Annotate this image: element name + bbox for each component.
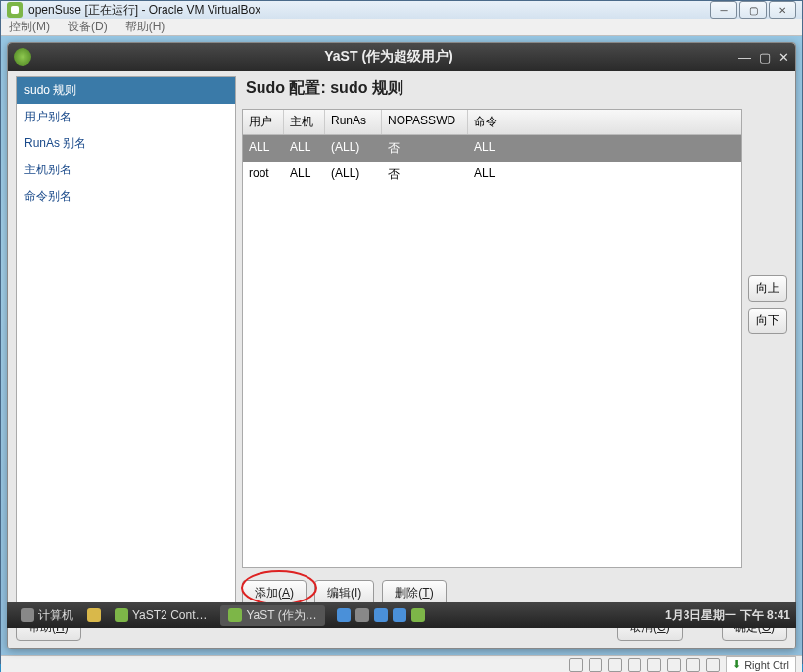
host-titlebar[interactable]: openSuse [正在运行] - Oracle VM VirtualBox ─… — [1, 1, 802, 19]
host-window-controls: ─ ▢ ✕ — [708, 1, 796, 19]
cell-cmd: ALL — [468, 138, 741, 159]
table-area: 用户 主机 RunAs NOPASSWD 命令 ALL ALL — [242, 109, 787, 568]
yast-maximize-button[interactable]: ▢ — [759, 50, 771, 65]
yast-body: sudo 规则 用户别名 RunAs 别名 主机别名 命令别名 Sudo 配置:… — [8, 71, 795, 648]
sidebar-item-label: 主机别名 — [24, 163, 71, 176]
cell-runas: (ALL) — [325, 165, 382, 185]
taskbar-computer[interactable]: 计算机 — [13, 605, 81, 626]
rules-table[interactable]: 用户 主机 RunAs NOPASSWD 命令 ALL ALL — [242, 109, 742, 568]
col-runas[interactable]: RunAs — [325, 110, 382, 134]
host-title: openSuse [正在运行] - Oracle VM VirtualBox — [28, 2, 708, 19]
note-icon[interactable] — [87, 608, 101, 622]
yast-title: YaST (作为超级用户) — [39, 48, 738, 66]
sidebar-item-user-alias[interactable]: 用户别名 — [17, 104, 235, 130]
tray-icon[interactable] — [355, 608, 369, 622]
move-up-button[interactable]: 向上 — [748, 275, 787, 302]
cell-user: root — [243, 165, 284, 185]
menu-device[interactable]: 设备(D) — [68, 19, 108, 35]
vbox-statusbar: ⬇ Right Ctrl — [1, 655, 802, 672]
sidebar-item-sudo-rules[interactable]: sudo 规则 — [17, 77, 235, 104]
table-header: 用户 主机 RunAs NOPASSWD 命令 — [243, 110, 741, 135]
computer-icon — [21, 608, 34, 622]
status-mouse-icon[interactable] — [608, 658, 622, 672]
content-heading: Sudo 配置: sudo 规则 — [242, 76, 787, 103]
cell-host: ALL — [284, 138, 325, 159]
tray-icon[interactable] — [393, 608, 406, 622]
tray-icon[interactable] — [374, 608, 388, 622]
yast-close-button[interactable]: ✕ — [779, 50, 789, 65]
taskbar-tray — [337, 608, 425, 622]
taskbar-clock[interactable]: 1月3日星期一 下午 8:41 — [665, 607, 790, 624]
host-window: openSuse [正在运行] - Oracle VM VirtualBox ─… — [0, 0, 803, 664]
cell-runas: (ALL) — [325, 138, 382, 159]
sidebar-list[interactable]: sudo 规则 用户别名 RunAs 别名 主机别名 命令别名 — [16, 76, 236, 606]
host-close-button[interactable]: ✕ — [769, 1, 796, 19]
taskbar-app-yast[interactable]: YaST (作为… — [220, 605, 324, 626]
sidebar-item-label: sudo 规则 — [24, 83, 76, 97]
right-pane: Sudo 配置: sudo 规则 用户 主机 RunAs NOPASSWD 命令 — [242, 76, 787, 606]
cell-host: ALL — [284, 165, 325, 185]
table-row[interactable]: root ALL (ALL) 否 ALL — [243, 162, 741, 188]
col-cmd[interactable]: 命令 — [468, 110, 741, 134]
app-icon — [228, 608, 242, 622]
taskbar-app-yast2-control[interactable]: YaST2 Cont… — [107, 606, 214, 624]
host-key-indicator[interactable]: ⬇ Right Ctrl — [726, 656, 796, 672]
sidebar-item-label: 用户别名 — [24, 110, 71, 123]
guest-taskbar[interactable]: 计算机 YaST2 Cont… YaST (作为… 1月3日星期一 下午 8:4… — [7, 602, 796, 628]
cell-nopasswd: 否 — [382, 138, 468, 159]
updown-buttons: 向上 向下 — [748, 109, 787, 568]
arrow-down-icon: ⬇ — [732, 658, 741, 671]
app-icon — [115, 608, 128, 622]
taskbar-label: YaST2 Cont… — [132, 608, 207, 622]
guest-display: YaST (作为超级用户) — ▢ ✕ sudo 规则 用户别名 RunAs 别… — [1, 36, 802, 655]
status-shared-icon[interactable] — [667, 658, 681, 672]
status-optical-icon[interactable] — [589, 658, 602, 672]
yast-main-row: sudo 规则 用户别名 RunAs 别名 主机别名 命令别名 Sudo 配置:… — [16, 76, 787, 606]
status-display-icon[interactable] — [686, 658, 700, 672]
host-maximize-button[interactable]: ▢ — [739, 1, 767, 19]
status-usb-icon[interactable] — [647, 658, 661, 672]
yast-home-icon — [14, 48, 31, 66]
taskbar-label: YaST (作为… — [246, 607, 316, 624]
host-minimize-button[interactable]: ─ — [710, 1, 737, 19]
col-nopasswd[interactable]: NOPASSWD — [382, 110, 468, 134]
yast-window-controls: — ▢ ✕ — [738, 50, 789, 65]
move-down-button[interactable]: 向下 — [748, 308, 787, 334]
table-body: ALL ALL (ALL) 否 ALL root ALL — [243, 135, 741, 567]
taskbar-label: 计算机 — [38, 607, 73, 624]
status-disk-icon[interactable] — [569, 658, 583, 672]
tray-icon[interactable] — [411, 608, 425, 622]
sidebar-item-cmd-alias[interactable]: 命令别名 — [17, 183, 235, 210]
status-net-icon[interactable] — [628, 658, 641, 672]
tray-icon[interactable] — [337, 608, 351, 622]
vbox-menubar: 控制(M) 设备(D) 帮助(H) — [1, 19, 802, 36]
cell-nopasswd: 否 — [382, 165, 468, 185]
col-user[interactable]: 用户 — [243, 110, 284, 134]
menu-help[interactable]: 帮助(H) — [125, 19, 165, 35]
col-host[interactable]: 主机 — [284, 110, 325, 134]
yast-window: YaST (作为超级用户) — ▢ ✕ sudo 规则 用户别名 RunAs 别… — [7, 42, 796, 649]
cell-cmd: ALL — [468, 165, 741, 185]
sidebar-item-label: 命令别名 — [24, 189, 71, 203]
yast-titlebar[interactable]: YaST (作为超级用户) — ▢ ✕ — [8, 43, 795, 71]
sidebar-item-label: RunAs 别名 — [24, 136, 86, 150]
table-row[interactable]: ALL ALL (ALL) 否 ALL — [243, 135, 741, 162]
menu-control[interactable]: 控制(M) — [9, 19, 50, 35]
sidebar-item-host-alias[interactable]: 主机别名 — [17, 157, 235, 183]
status-capture-icon[interactable] — [706, 658, 720, 672]
cell-user: ALL — [243, 138, 284, 159]
yast-minimize-button[interactable]: — — [738, 50, 751, 65]
virtualbox-icon — [7, 2, 23, 18]
sidebar-item-runas-alias[interactable]: RunAs 别名 — [17, 130, 235, 157]
